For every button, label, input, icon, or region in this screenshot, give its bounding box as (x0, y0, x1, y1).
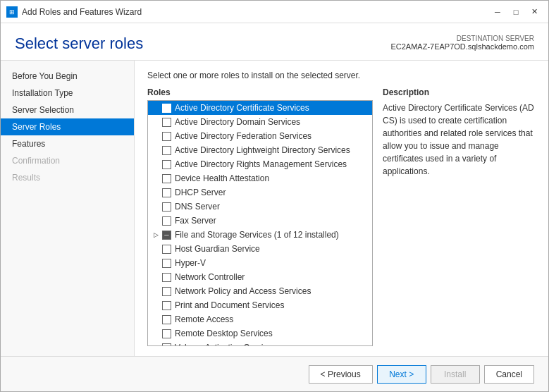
role-item[interactable]: Fax Server (148, 214, 372, 228)
role-checkbox[interactable] (162, 132, 171, 141)
role-checkbox[interactable]: ─ (162, 231, 171, 240)
role-item[interactable]: Active Directory Federation Services (148, 129, 372, 143)
role-label: Remote Desktop Services (175, 329, 273, 338)
role-label: Hyper-V (175, 258, 206, 268)
role-item[interactable]: Network Policy and Access Services (148, 284, 372, 298)
role-label: Remote Access (175, 314, 233, 324)
title-bar: ⊞ Add Roles and Features Wizard ─ □ ✕ (1, 1, 548, 23)
sidebar: Before You Begin Installation Type Serve… (1, 61, 135, 356)
role-checkbox[interactable] (162, 160, 171, 169)
maximize-button[interactable]: □ (507, 5, 524, 19)
role-item[interactable]: Active Directory Domain Services (148, 115, 372, 129)
role-label: Print and Document Services (175, 300, 284, 310)
footer: < Previous Next > Install Cancel (1, 356, 548, 391)
role-checkbox[interactable] (162, 259, 171, 268)
role-item[interactable]: DHCP Server (148, 185, 372, 200)
sidebar-item-results: Results (1, 169, 134, 186)
role-item[interactable]: Print and Document Services (148, 298, 372, 312)
role-label: DNS Server (175, 202, 220, 212)
role-checkbox[interactable] (162, 343, 171, 347)
role-item[interactable]: Remote Desktop Services (148, 326, 372, 341)
role-checkbox[interactable] (162, 174, 171, 183)
intro-text: Select one or more roles to install on t… (147, 71, 536, 80)
sidebar-item-installation-type[interactable]: Installation Type (1, 85, 134, 102)
dest-server-label: DESTINATION SERVER (390, 35, 534, 42)
sidebar-item-server-roles[interactable]: Server Roles (1, 118, 134, 135)
role-item[interactable]: Active Directory Rights Management Servi… (148, 157, 372, 171)
role-label: Network Policy and Access Services (175, 286, 311, 296)
role-label: Active Directory Certificate Services (175, 103, 309, 113)
page-title: Select server roles (15, 35, 143, 53)
title-bar-controls: ─ □ ✕ (489, 5, 543, 19)
role-item[interactable]: Network Controller (148, 270, 372, 284)
role-checkbox[interactable] (162, 301, 171, 310)
role-item[interactable]: Hyper-V (148, 256, 372, 270)
window-title: Add Roles and Features Wizard (22, 7, 142, 17)
expand-icon[interactable]: ▷ (151, 230, 161, 240)
install-button[interactable]: Install (431, 365, 480, 384)
role-checkbox[interactable] (162, 104, 171, 113)
sidebar-item-server-selection[interactable]: Server Selection (1, 102, 134, 118)
role-label: Host Guardian Service (175, 244, 260, 254)
role-checkbox[interactable] (162, 216, 171, 226)
close-button[interactable]: ✕ (526, 5, 543, 19)
description-label: Description (383, 87, 536, 97)
role-checkbox[interactable] (162, 273, 171, 282)
role-checkbox[interactable] (162, 245, 171, 254)
app-icon: ⊞ (6, 6, 18, 18)
sidebar-item-confirmation: Confirmation (1, 152, 134, 169)
cancel-button[interactable]: Cancel (484, 365, 534, 384)
role-checkbox[interactable] (162, 146, 171, 155)
sidebar-item-features[interactable]: Features (1, 135, 134, 152)
role-checkbox[interactable] (162, 287, 171, 296)
role-label: Fax Server (175, 216, 216, 226)
main-content: Select one or more roles to install on t… (135, 61, 548, 356)
role-label: Active Directory Rights Management Servi… (175, 159, 347, 169)
description-text: Active Directory Certificate Services (A… (383, 102, 536, 178)
role-checkbox[interactable] (162, 118, 171, 127)
role-checkbox[interactable] (162, 315, 171, 324)
roles-list: Active Directory Certificate ServicesAct… (148, 101, 372, 346)
role-item[interactable]: Host Guardian Service (148, 242, 372, 256)
role-item[interactable]: DNS Server (148, 200, 372, 214)
roles-panel: Roles Active Directory Certificate Servi… (147, 87, 373, 346)
roles-label: Roles (147, 87, 373, 97)
next-button[interactable]: Next > (377, 365, 426, 384)
dest-server-name: EC2AMAZ-7EAP7OD.sqlshackdemo.com (390, 42, 534, 51)
role-label: Network Controller (175, 272, 245, 282)
role-item[interactable]: ▷─File and Storage Services (1 of 12 ins… (148, 228, 372, 242)
description-panel: Description Active Directory Certificate… (383, 87, 536, 346)
role-item[interactable]: Active Directory Lightweight Directory S… (148, 143, 372, 157)
role-checkbox[interactable] (162, 202, 171, 212)
role-item[interactable]: Active Directory Certificate Services (148, 101, 372, 115)
role-item[interactable]: Volume Activation Services (148, 341, 372, 346)
content-area: Before You Begin Installation Type Serve… (1, 61, 548, 356)
title-bar-left: ⊞ Add Roles and Features Wizard (6, 6, 142, 18)
role-label: Volume Activation Services (175, 343, 276, 346)
role-item[interactable]: Remote Access (148, 312, 372, 326)
role-label: Active Directory Lightweight Directory S… (175, 145, 350, 155)
role-label: Active Directory Domain Services (175, 117, 300, 127)
sidebar-item-before-you-begin[interactable]: Before You Begin (1, 68, 134, 85)
role-checkbox[interactable] (162, 188, 171, 197)
minimize-button[interactable]: ─ (489, 5, 506, 19)
role-label: File and Storage Services (1 of 12 insta… (175, 230, 339, 240)
role-label: DHCP Server (175, 188, 226, 197)
role-label: Device Health Attestation (175, 173, 269, 183)
role-label: Active Directory Federation Services (175, 131, 311, 141)
previous-button[interactable]: < Previous (309, 365, 373, 384)
role-item[interactable]: Device Health Attestation (148, 171, 372, 185)
role-checkbox[interactable] (162, 329, 171, 338)
header: Select server roles DESTINATION SERVER E… (1, 23, 548, 61)
roles-list-container[interactable]: Active Directory Certificate ServicesAct… (147, 100, 373, 346)
destination-server-info: DESTINATION SERVER EC2AMAZ-7EAP7OD.sqlsh… (390, 35, 534, 51)
wizard-window: ⊞ Add Roles and Features Wizard ─ □ ✕ Se… (0, 0, 549, 392)
roles-area: Roles Active Directory Certificate Servi… (147, 87, 536, 346)
